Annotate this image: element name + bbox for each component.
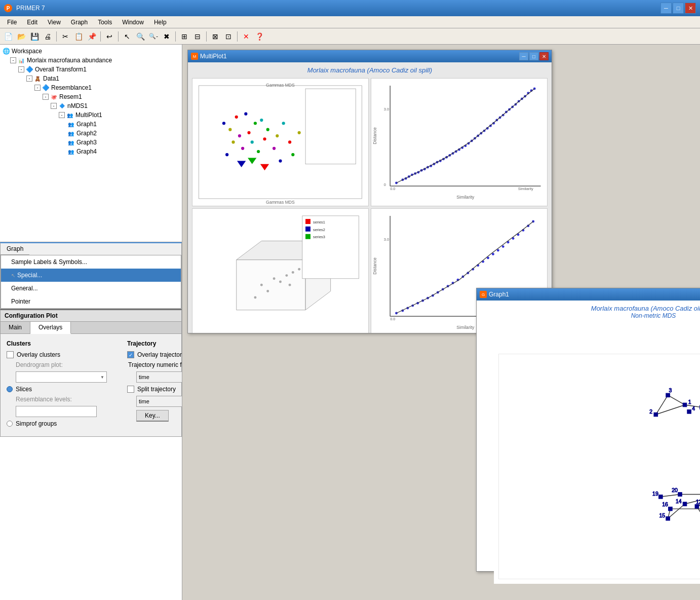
pointer-button[interactable]: ↖ <box>121 30 133 43</box>
slices-radio[interactable] <box>7 386 13 392</box>
delete-button[interactable]: ✕ <box>240 30 252 43</box>
simprof-radio[interactable] <box>7 421 13 427</box>
graph-menu-container: Graph Sample Labels & Symbols... ↖ Speci… <box>0 242 182 309</box>
graph1-content: Morlaix macrofauna (Amoco Cadiz oil spil… <box>477 301 700 571</box>
menu-general[interactable]: General... <box>1 282 181 295</box>
menu-window[interactable]: Window <box>117 18 149 27</box>
menu-graph[interactable]: Graph <box>66 18 93 27</box>
tree-item-workspace[interactable]: 🌐 Workspace <box>2 47 180 56</box>
menu-sample-labels[interactable]: Sample Labels & Symbols... <box>1 255 181 269</box>
svg-text:16: 16 <box>662 502 668 507</box>
tool1-button[interactable]: ⊞ <box>178 30 190 43</box>
expand-nmds1[interactable]: - <box>51 103 57 109</box>
menu-tools[interactable]: Tools <box>93 18 117 27</box>
tree-item-graph3[interactable]: 👥 Graph3 <box>2 138 180 147</box>
app-title: PRIMER 7 <box>16 5 45 12</box>
open-button[interactable]: 📂 <box>15 30 27 43</box>
resemblance-textbox[interactable] <box>16 406 97 417</box>
zoom-cancel-button[interactable]: ✖ <box>161 30 173 43</box>
svg-point-91 <box>279 280 282 283</box>
svg-marker-84 <box>237 259 305 310</box>
copy-button[interactable]: 📋 <box>72 30 85 43</box>
tree-item-graph1[interactable]: 👥 Graph1 <box>2 120 180 129</box>
expand-data1[interactable]: - <box>26 76 32 82</box>
new-button[interactable]: 📄 <box>2 30 14 43</box>
tool4-button[interactable]: ⊡ <box>222 30 235 43</box>
graph1-window: G Graph1 ─ □ ✕ Morlaix macrofauna (Amoco… <box>476 288 700 572</box>
morlaix-icon: 📊 <box>17 56 25 64</box>
menu-edit[interactable]: Edit <box>22 18 43 27</box>
split-trajectory-field[interactable]: time <box>136 396 182 407</box>
expand-resemblance1[interactable]: - <box>34 85 41 91</box>
cut-button[interactable]: ✂ <box>59 30 71 43</box>
tree-item-resemblance1[interactable]: - 🔷 Resemblance1 <box>2 83 180 92</box>
tree-item-graph4[interactable]: 👥 Graph4 <box>2 147 180 156</box>
tree-item-nmds1[interactable]: - 🔷 nMDS1 <box>2 101 180 110</box>
multiplot-title-bar[interactable]: M MultiPlot1 ─ □ ✕ <box>188 50 552 62</box>
key-button[interactable]: Key... <box>136 410 169 422</box>
tool2-button[interactable]: ⊟ <box>191 30 204 43</box>
overlay-trajectory-checkbox[interactable] <box>127 351 134 358</box>
overlay-clusters-checkbox[interactable] <box>7 351 14 358</box>
menu-help[interactable]: Help <box>149 18 172 27</box>
svg-rect-164 <box>654 413 658 417</box>
svg-point-13 <box>251 140 254 143</box>
svg-point-87 <box>260 284 263 286</box>
multiplot-minimize[interactable]: ─ <box>519 52 528 60</box>
config-panel: Configuration Plot Main Overlays Cluster… <box>0 309 182 437</box>
title-bar: P PRIMER 7 ─ □ ✕ <box>0 0 700 16</box>
config-tab-main[interactable]: Main <box>1 322 30 333</box>
svg-point-127 <box>502 245 504 248</box>
clusters-section: Clusters Overlay clusters Dendrogram plo… <box>7 340 107 430</box>
svg-text:20: 20 <box>672 488 678 493</box>
expand-resem1[interactable]: - <box>43 94 49 100</box>
multiplot-close[interactable]: ✕ <box>539 52 549 60</box>
zoom-out-button[interactable]: 🔍- <box>147 30 160 43</box>
svg-point-17 <box>257 150 260 153</box>
tree-item-morlaix[interactable]: - 📊 Morlaix macrofauna abundance <box>2 56 180 65</box>
expand-transform1[interactable]: - <box>18 66 24 72</box>
maximize-button[interactable]: □ <box>673 3 684 14</box>
paste-button[interactable]: 📌 <box>86 30 98 43</box>
menu-file[interactable]: File <box>2 18 22 27</box>
tree-item-data1[interactable]: - 🧸 Data1 <box>2 74 180 83</box>
help-button[interactable]: ❓ <box>253 30 265 43</box>
graph1-icon: 👥 <box>67 120 75 128</box>
print-button[interactable]: 🖨 <box>42 30 54 43</box>
svg-point-7 <box>260 119 263 122</box>
svg-point-15 <box>263 137 266 140</box>
undo-button[interactable]: ↩ <box>103 30 115 43</box>
tree-item-resem1[interactable]: - 🐙 Resem1 <box>2 92 180 101</box>
expand-morlaix[interactable]: - <box>10 57 16 63</box>
svg-point-14 <box>241 147 244 150</box>
zoom-in-button[interactable]: 🔍 <box>134 30 146 43</box>
svg-point-89 <box>285 274 288 277</box>
minimize-button[interactable]: ─ <box>660 3 672 14</box>
tree-item-graph2[interactable]: 👥 Graph2 <box>2 129 180 138</box>
tree-item-transform1[interactable]: - 🔷 Overall Transform1 <box>2 65 180 74</box>
mds-small-plot: Gammas MDS Gammas MDS <box>192 79 368 206</box>
multiplot-maximize[interactable]: □ <box>529 52 538 60</box>
dendrogram-dropdown[interactable] <box>16 371 107 383</box>
config-tab-overlays[interactable]: Overlays <box>30 322 71 334</box>
graph1-window-icon: G <box>480 291 487 298</box>
save-button[interactable]: 💾 <box>28 30 41 43</box>
expand-multiplot1[interactable]: - <box>59 112 65 118</box>
svg-point-106 <box>395 312 398 314</box>
svg-point-12 <box>231 140 235 143</box>
menu-pointer[interactable]: Pointer <box>1 295 181 308</box>
menu-view[interactable]: View <box>43 18 66 27</box>
close-button[interactable]: ✕ <box>685 3 696 14</box>
slices-row: Slices <box>7 386 107 393</box>
split-trajectory-checkbox[interactable] <box>127 386 134 393</box>
svg-point-20 <box>273 147 276 150</box>
resemblance-levels-row: Resemblance levels: <box>7 396 107 403</box>
transform1-icon: 🔷 <box>25 65 33 73</box>
numeric-factor-field[interactable]: time <box>136 371 182 383</box>
tree-item-multiplot1[interactable]: - 👥 MultiPlot1 <box>2 110 180 120</box>
menu-special[interactable]: ↖ Special... <box>1 269 181 282</box>
graph1-title-bar[interactable]: G Graph1 ─ □ ✕ <box>477 288 700 301</box>
svg-text:Gammas MDS: Gammas MDS <box>266 200 295 205</box>
svg-text:4: 4 <box>692 406 695 411</box>
tool3-button[interactable]: ⊠ <box>209 30 221 43</box>
